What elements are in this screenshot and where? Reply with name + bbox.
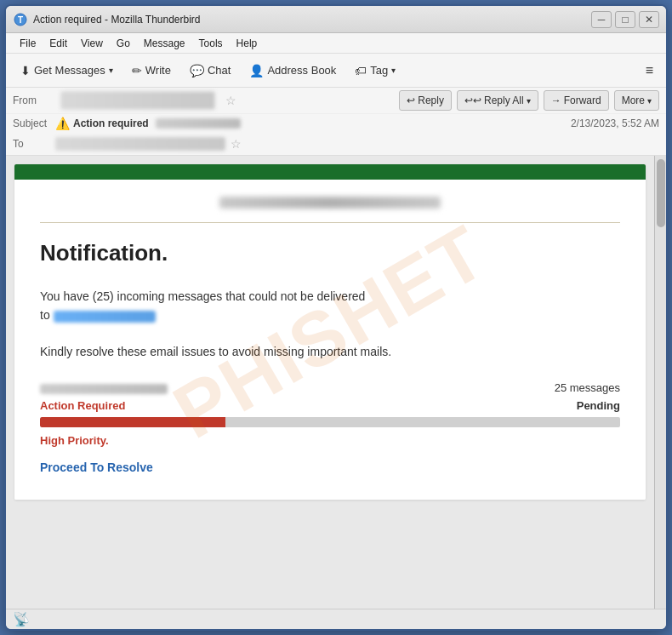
status-section: 25 messages Action Required Pending High…: [40, 381, 620, 474]
hamburger-menu-button[interactable]: ≡: [640, 59, 659, 83]
main-window: T Action required - Mozilla Thunderbird …: [4, 4, 668, 631]
tag-icon: 🏷: [355, 64, 367, 77]
close-button[interactable]: ✕: [639, 11, 659, 28]
messages-count: 25 messages: [555, 381, 620, 394]
email-resolve-text: Kindly resolve these email issues to avo…: [40, 342, 620, 361]
write-button[interactable]: ✏ Write: [124, 58, 179, 83]
tag-button[interactable]: 🏷 Tag ▾: [347, 58, 403, 83]
menu-file[interactable]: File: [13, 36, 43, 51]
menu-bar: File Edit View Go Message Tools Help: [6, 33, 666, 54]
blurred-label-left: [40, 384, 168, 394]
tag-dropdown-arrow[interactable]: ▾: [391, 66, 396, 75]
more-button[interactable]: More ▾: [614, 90, 659, 111]
subject-text: Action required: [73, 117, 149, 129]
toolbar: ⬇ Get Messages ▾ ✏ Write 💬 Chat 👤 Addres…: [6, 54, 666, 88]
get-messages-button[interactable]: ⬇ Get Messages ▾: [13, 58, 121, 83]
menu-view[interactable]: View: [74, 36, 110, 51]
email-message-body: You have (25) incoming messages that cou…: [40, 287, 620, 325]
scrollbar-thumb[interactable]: [657, 159, 665, 227]
title-bar: T Action required - Mozilla Thunderbird …: [6, 6, 666, 33]
get-messages-icon: ⬇: [20, 64, 31, 77]
reply-all-icon: ↩↩: [464, 94, 481, 106]
from-star-icon[interactable]: ☆: [225, 94, 236, 107]
progress-bar: [40, 417, 620, 427]
email-date: 2/13/2023, 5:52 AM: [571, 117, 659, 129]
messages-info: 25 messages: [555, 381, 620, 394]
menu-help[interactable]: Help: [230, 36, 265, 51]
window-title: Action required - Mozilla Thunderbird: [33, 14, 591, 26]
chat-icon: 💬: [190, 64, 204, 77]
to-label: To: [13, 138, 55, 150]
blurred-recipient: [54, 311, 156, 323]
subject-row: Subject ⚠️ Action required 2/13/2023, 5:…: [6, 114, 666, 133]
chat-button[interactable]: 💬 Chat: [182, 58, 238, 83]
window-controls: ─ □ ✕: [591, 11, 659, 28]
reply-all-dropdown-icon[interactable]: ▾: [527, 96, 531, 106]
connection-icon: 📡: [13, 611, 30, 627]
menu-edit[interactable]: Edit: [43, 36, 74, 51]
email-inner-content: Notification. You have (25) incoming mes…: [14, 180, 646, 500]
email-brand-bar: [14, 164, 646, 180]
email-header: From ☆ ↩ Reply ↩↩ Reply All ▾ → Forward …: [6, 88, 666, 156]
status-top-row: 25 messages: [40, 381, 620, 394]
blurred-sender: [219, 197, 441, 209]
menu-message[interactable]: Message: [137, 36, 192, 51]
notification-title: Notification.: [40, 240, 620, 266]
progress-bar-fill: [40, 417, 225, 427]
minimize-button[interactable]: ─: [591, 11, 612, 28]
pending-label: Pending: [577, 399, 620, 412]
status-bar: 📡: [6, 609, 666, 629]
content-area: PHISHET Notification. You have (25) inco…: [6, 156, 666, 609]
bottom-padding: [6, 508, 654, 542]
email-body: PHISHET Notification. You have (25) inco…: [14, 164, 646, 500]
forward-button[interactable]: → Forward: [544, 90, 609, 111]
reply-all-button[interactable]: ↩↩ Reply All ▾: [457, 90, 538, 111]
more-dropdown-icon[interactable]: ▾: [647, 96, 652, 106]
address-book-icon: 👤: [249, 64, 264, 77]
reply-button[interactable]: ↩ Reply: [399, 90, 452, 111]
to-star-icon[interactable]: ☆: [231, 137, 242, 151]
to-row: To ☆: [6, 133, 666, 155]
svg-text:T: T: [18, 15, 23, 25]
menu-tools[interactable]: Tools: [192, 36, 230, 51]
from-label: From: [13, 94, 55, 106]
address-book-button[interactable]: 👤 Address Book: [242, 58, 344, 83]
scrollbar-track[interactable]: [654, 156, 666, 609]
email-scroll-area[interactable]: PHISHET Notification. You have (25) inco…: [6, 156, 654, 609]
write-icon: ✏: [132, 64, 142, 77]
action-pending-row: Action Required Pending: [40, 399, 620, 412]
get-messages-dropdown-arrow[interactable]: ▾: [109, 66, 113, 75]
subject-label: Subject: [13, 117, 55, 129]
app-icon: T: [13, 12, 28, 27]
warning-icon: ⚠️: [55, 117, 70, 130]
divider: [40, 222, 620, 223]
reply-icon: ↩: [407, 94, 415, 106]
proceed-link[interactable]: Proceed To Resolve: [40, 461, 153, 474]
forward-icon: →: [551, 94, 561, 106]
action-required-label: Action Required: [40, 399, 125, 412]
menu-go[interactable]: Go: [110, 36, 137, 51]
high-priority-label: High Priority.: [40, 434, 620, 447]
maximize-button[interactable]: □: [615, 11, 635, 28]
